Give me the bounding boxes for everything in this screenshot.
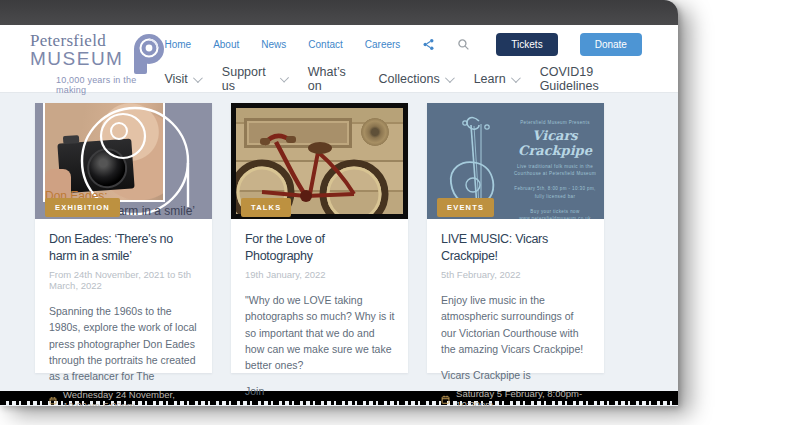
chevron-down-icon [193,73,203,83]
card-body: For the Love of Photography 19th January… [231,219,408,406]
nav-link-home[interactable]: Home [164,39,191,50]
event-meta: Wednesday 19 January, 7:30pm-9:00pm From… [245,400,395,406]
poster-info: February 5th, 8:00 pm - 10:30 pm, fully … [513,185,597,199]
event-when: Wednesday 19 January, 7:30pm-9:00pm [260,405,395,406]
event-title[interactable]: LIVE MUSIC: Vicars Crackpipe! [441,231,591,264]
category-badge-exhibition: EXHIBITION [45,198,120,217]
tickets-button[interactable]: Tickets [496,33,557,56]
donate-button[interactable]: Donate [580,33,642,56]
logo-line2: MUSEUM [30,49,123,70]
calendar-icon [441,394,450,405]
event-meta: Wednesday 24 November, 10:00am-5:00pm No… [49,384,199,406]
nav-link-careers[interactable]: Careers [365,39,401,50]
nav-item-whats-on[interactable]: What’s on [308,65,357,93]
logo-tagline: 10,000 years in the making [56,75,164,95]
share-icon[interactable] [422,38,435,51]
nav-item-covid19-guidelines[interactable]: COVID19 Guidelines [540,65,642,93]
chevron-down-icon [511,73,521,83]
poster-tickets: Buy your tickets now www.petersfieldmuse… [513,208,597,219]
nav-item-visit[interactable]: Visit [164,72,199,86]
poster-subtitle: Live traditional folk music in the Court… [513,163,597,177]
site-header: Petersfield MUSEUM 10,000 years in the m… [0,25,678,93]
utility-nav: Home About News Contact Careers Tickets … [164,33,641,56]
event-card-vicars-crackpipe[interactable]: Petersfield Museum Presents VicarsCrackp… [427,103,604,373]
nav-link-news[interactable]: News [261,39,286,50]
event-title[interactable]: For the Love of Photography [245,231,395,264]
event-description-2: Vicars Crackpipe is [441,367,591,383]
event-description: Enjoy live music in the atmospheric surr… [441,292,591,357]
event-description: "Why do we LOVE taking photographs so mu… [245,292,395,373]
calendar-icon [49,395,57,406]
search-icon[interactable] [457,38,470,51]
poster-title: VicarsCrackpipe [513,129,597,159]
nav-link-about[interactable]: About [213,39,239,50]
category-badge-events: EVENTS [437,198,494,217]
whats-on-card-grid: Don Eades: harm in a smile’ EXHIBITION D… [0,93,678,391]
nav-item-support-us[interactable]: Support us [222,65,286,93]
chevron-down-icon [445,73,455,83]
poster-presents: Petersfield Museum Presents [513,119,597,126]
main-nav: Visit Support us What’s on Collections L… [164,65,641,93]
event-image-gig-poster[interactable]: Petersfield Museum Presents VicarsCrackp… [427,103,604,219]
card-body: Don Eades: ‘There’s no harm in a smile’ … [35,219,212,406]
event-when: Saturday 5 February, 8:00pm-10:30pm [456,388,591,406]
nav-item-collections[interactable]: Collections [379,72,452,86]
header-nav: Home About News Contact Careers Tickets … [164,25,678,92]
event-date: 5th February, 2022 [441,269,591,280]
poster-text: Petersfield Museum Presents VicarsCrackp… [513,119,597,219]
event-title[interactable]: Don Eades: ‘There’s no harm in a smile’ [49,231,199,264]
category-badge-talks: TALKS [241,198,291,217]
event-date: 19th January, 2022 [245,269,395,280]
museum-p-logo-icon [130,34,164,74]
logo-line1: Petersfield [30,32,123,49]
browser-window: Petersfield MUSEUM 10,000 years in the m… [0,0,678,406]
nav-item-learn[interactable]: Learn [474,72,518,86]
event-image-don-eades[interactable]: Don Eades: harm in a smile’ EXHIBITION [35,103,212,219]
chevron-down-icon [279,73,288,82]
window-titlebar[interactable] [0,0,678,25]
event-meta: Saturday 5 February, 8:00pm-10:30pm From… [441,383,591,406]
nav-link-contact[interactable]: Contact [308,39,342,50]
event-image-bicycle[interactable]: TALKS [231,103,408,219]
event-card-love-of-photography[interactable]: TALKS For the Love of Photography 19th J… [231,103,408,373]
event-card-don-eades[interactable]: Don Eades: harm in a smile’ EXHIBITION D… [35,103,212,373]
event-when: Wednesday 24 November, 10:00am-5:00pm [63,389,199,406]
event-description: Spanning the 1960s to the 1980s, explore… [49,303,199,384]
card-body: LIVE MUSIC: Vicars Crackpipe! 5th Februa… [427,219,604,406]
museum-logo[interactable]: Petersfield MUSEUM 10,000 years in the m… [0,25,164,92]
event-description-2: Join [245,383,395,399]
event-date-range: From 24th November, 2021 to 5th March, 2… [49,269,199,291]
